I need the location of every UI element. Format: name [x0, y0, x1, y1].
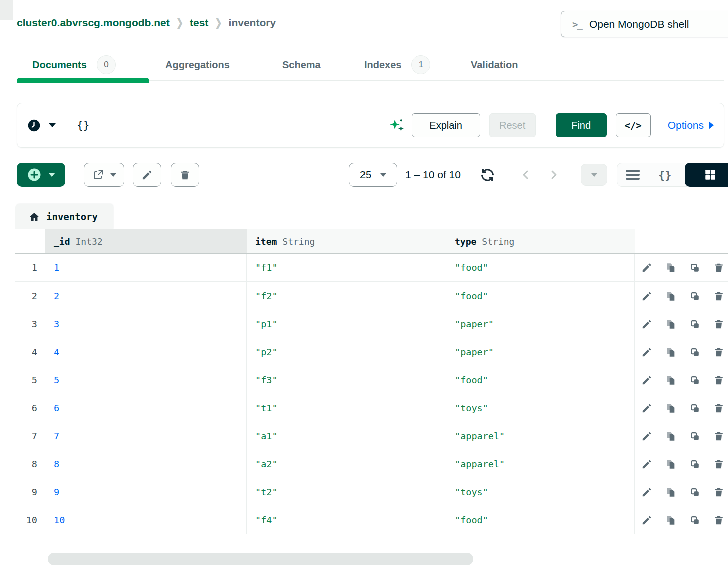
cell-item-value[interactable]: "a2" [247, 450, 446, 478]
refresh-button[interactable] [480, 163, 495, 187]
cell-id-value[interactable]: 6 [45, 394, 247, 422]
delete-trash-icon[interactable] [713, 459, 724, 470]
find-button[interactable]: Find [556, 113, 607, 137]
reset-button[interactable]: Reset [489, 113, 536, 137]
edit-pencil-icon[interactable] [641, 375, 652, 386]
explain-button[interactable]: Explain [412, 113, 480, 137]
delete-trash-icon[interactable] [713, 431, 724, 442]
cell-type-value[interactable]: "food" [446, 282, 635, 310]
copy-icon[interactable] [665, 375, 676, 386]
edit-pencil-icon[interactable] [641, 291, 652, 302]
clone-icon[interactable] [689, 431, 700, 442]
delete-trash-icon[interactable] [713, 319, 724, 330]
tab-schema[interactable]: Schema [282, 52, 321, 78]
header-column-id[interactable]: _id Int32 [45, 229, 247, 254]
copy-icon[interactable] [665, 347, 676, 358]
cell-type-value[interactable]: "food" [446, 506, 635, 534]
cell-type-value[interactable]: "paper" [446, 310, 635, 338]
page-size-select[interactable]: 25 [349, 163, 397, 187]
delete-trash-icon[interactable] [713, 403, 724, 414]
list-view-button[interactable] [617, 163, 649, 187]
copy-icon[interactable] [665, 431, 676, 442]
open-shell-button[interactable]: >_ Open MongoDB shell [561, 11, 728, 37]
cell-item-value[interactable]: "t2" [247, 478, 446, 506]
delete-documents-button[interactable] [171, 163, 199, 187]
tab-aggregations[interactable]: Aggregations [165, 52, 230, 78]
edit-pencil-icon[interactable] [641, 431, 652, 442]
delete-trash-icon[interactable] [713, 515, 724, 526]
next-page-button[interactable] [548, 163, 560, 187]
cell-item-value[interactable]: "p1" [247, 310, 446, 338]
clone-icon[interactable] [689, 515, 700, 526]
sparkle-ai-icon[interactable] [388, 117, 405, 134]
copy-icon[interactable] [665, 403, 676, 414]
delete-trash-icon[interactable] [713, 487, 724, 498]
cell-item-value[interactable]: "p2" [247, 338, 446, 366]
breadcrumb-database[interactable]: test [190, 17, 208, 29]
cell-type-value[interactable]: "apparel" [446, 450, 635, 478]
add-data-button[interactable] [17, 163, 65, 187]
edit-pencil-icon[interactable] [641, 487, 652, 498]
export-collection-button[interactable] [84, 163, 124, 187]
clone-icon[interactable] [689, 347, 700, 358]
clone-icon[interactable] [689, 459, 700, 470]
cell-id-value[interactable]: 8 [45, 450, 247, 478]
cell-type-value[interactable]: "food" [446, 254, 635, 281]
copy-icon[interactable] [665, 262, 676, 273]
clone-icon[interactable] [689, 375, 700, 386]
cell-type-value[interactable]: "toys" [446, 478, 635, 506]
tab-validation[interactable]: Validation [471, 52, 518, 78]
clone-icon[interactable] [689, 403, 700, 414]
edit-pencil-icon[interactable] [641, 459, 652, 470]
clone-icon[interactable] [689, 319, 700, 330]
clone-icon[interactable] [689, 487, 700, 498]
clone-icon[interactable] [689, 291, 700, 302]
edit-pencil-icon[interactable] [641, 262, 652, 273]
previous-page-button[interactable] [520, 163, 532, 187]
cell-id-value[interactable]: 3 [45, 310, 247, 338]
edit-pencil-icon[interactable] [641, 347, 652, 358]
copy-icon[interactable] [665, 515, 676, 526]
cell-type-value[interactable]: "toys" [446, 394, 635, 422]
delete-trash-icon[interactable] [713, 262, 724, 273]
copy-icon[interactable] [665, 291, 676, 302]
cell-type-value[interactable]: "apparel" [446, 422, 635, 450]
copy-icon[interactable] [665, 319, 676, 330]
cell-id-value[interactable]: 4 [45, 338, 247, 366]
delete-trash-icon[interactable] [713, 347, 724, 358]
edit-pencil-icon[interactable] [641, 319, 652, 330]
cell-id-value[interactable]: 7 [45, 422, 247, 450]
delete-trash-icon[interactable] [713, 375, 724, 386]
horizontal-scrollbar-thumb[interactable] [48, 553, 473, 565]
export-to-language-button[interactable]: </> [616, 113, 651, 137]
options-toggle[interactable]: Options [668, 119, 714, 131]
table-view-button[interactable] [685, 163, 728, 187]
clone-icon[interactable] [689, 262, 700, 273]
cell-id-value[interactable]: 9 [45, 478, 247, 506]
query-history-button[interactable] [27, 119, 56, 132]
json-view-button[interactable]: {} [649, 163, 681, 187]
cell-item-value[interactable]: "t1" [247, 394, 446, 422]
cell-item-value[interactable]: "f2" [247, 282, 446, 310]
cell-item-value[interactable]: "f3" [247, 366, 446, 394]
update-documents-button[interactable] [133, 163, 161, 187]
copy-icon[interactable] [665, 459, 676, 470]
edit-pencil-icon[interactable] [641, 403, 652, 414]
tab-indexes[interactable]: Indexes 1 [364, 52, 430, 78]
cell-type-value[interactable]: "food" [446, 366, 635, 394]
collection-breadcrumb-tab[interactable]: inventory [15, 204, 113, 229]
cell-id-value[interactable]: 5 [45, 366, 247, 394]
breadcrumb-cluster[interactable]: cluster0.abvrscg.mongodb.net [17, 17, 170, 29]
header-column-item[interactable]: item String [247, 229, 446, 254]
cell-id-value[interactable]: 2 [45, 282, 247, 310]
cell-id-value[interactable]: 10 [45, 506, 247, 534]
delete-trash-icon[interactable] [713, 291, 724, 302]
cell-item-value[interactable]: "a1" [247, 422, 446, 450]
header-column-type[interactable]: type String [446, 229, 635, 254]
edit-pencil-icon[interactable] [641, 515, 652, 526]
cell-id-value[interactable]: 1 [45, 254, 247, 281]
cell-type-value[interactable]: "paper" [446, 338, 635, 366]
filter-input[interactable]: {} [77, 119, 89, 131]
copy-icon[interactable] [665, 487, 676, 498]
cell-item-value[interactable]: "f1" [247, 254, 446, 281]
